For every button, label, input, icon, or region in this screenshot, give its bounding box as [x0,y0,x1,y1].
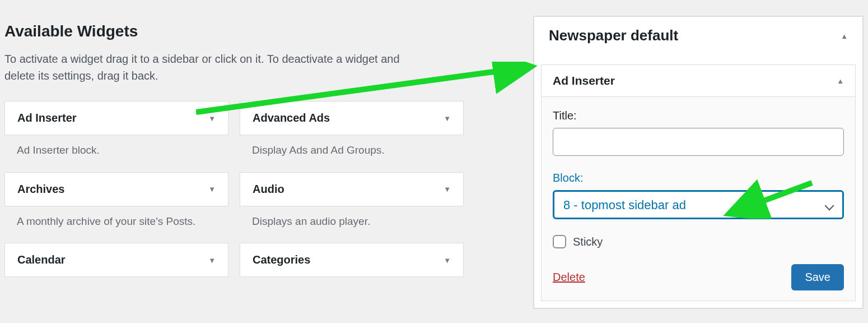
delete-link[interactable]: Delete [553,271,585,284]
available-widgets-desc: To activate a widget drag it to a sideba… [4,50,408,84]
sidebar-panel: Newspaper default Ad Inserter Title: Blo… [533,16,864,309]
chevron-down-icon [444,255,451,265]
chevron-down-icon [444,113,451,123]
widget-desc: A monthly archive of your site's Posts. [4,206,228,241]
widget-desc: Display Ads and Ad Groups. [240,135,464,169]
available-widgets-title: Available Widgets [4,22,475,40]
widget-label: Advanced Ads [253,112,330,124]
widget-label: Categories [253,253,310,266]
block-select[interactable]: 8 - topmost sidebar ad [553,190,844,219]
sidebar-widget-ad-inserter: Ad Inserter Title: Block: 8 - topmost si… [541,64,856,301]
chevron-down-icon [208,255,216,265]
widget-categories[interactable]: Categories [240,243,464,277]
widget-desc: Displays an audio player. [240,206,464,241]
widget-advanced-ads[interactable]: Advanced Ads [240,101,464,135]
chevron-down-icon [208,184,216,194]
chevron-up-icon [837,76,844,86]
widget-calendar[interactable]: Calendar [4,243,228,277]
widget-archives[interactable]: Archives [4,172,228,206]
sidebar-title: Newspaper default [549,27,678,44]
widget-label: Archives [17,183,65,196]
block-label: Block: [553,172,844,184]
sticky-label: Sticky [573,236,603,248]
save-button[interactable]: Save [791,264,844,290]
chevron-down-icon [444,184,451,194]
widget-audio[interactable]: Audio [240,172,464,206]
sidebar-widget-header[interactable]: Ad Inserter [542,65,855,97]
title-input[interactable] [553,128,844,156]
widget-label: Audio [253,183,284,196]
chevron-down-icon [208,113,216,123]
sidebar-widget-title: Ad Inserter [553,74,615,87]
title-label: Title: [553,109,844,122]
sidebar-header[interactable]: Newspaper default [534,17,862,54]
sticky-checkbox[interactable] [553,235,566,248]
widget-label: Calendar [17,253,66,266]
widget-ad-inserter[interactable]: Ad Inserter [4,101,228,135]
chevron-up-icon [841,31,848,41]
widget-desc: Ad Inserter block. [4,135,228,169]
widget-label: Ad Inserter [17,112,77,124]
